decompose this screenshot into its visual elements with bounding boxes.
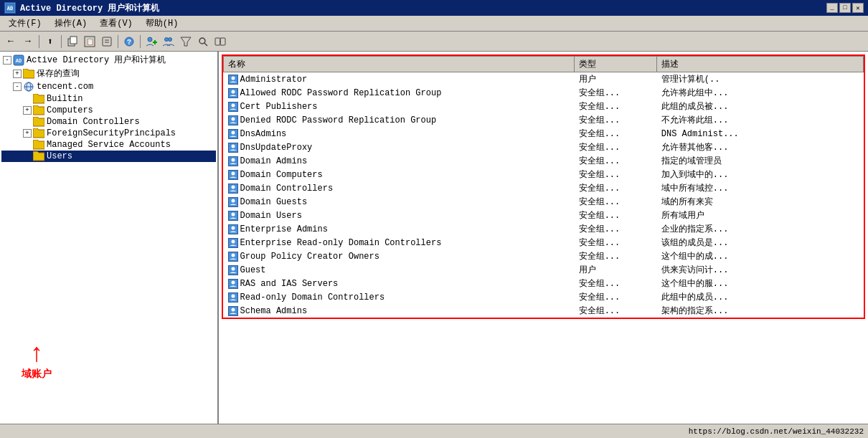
window-controls: _ □ ✕ (826, 3, 864, 13)
tree-icon-saved (23, 69, 34, 79)
new-group-button[interactable] (161, 34, 176, 49)
table-row[interactable]: Domain Controllers安全组...域中所有域控... (224, 181, 864, 195)
tree-label-tencent: tencent.com (37, 82, 93, 92)
tree-item-builtin[interactable]: Builtin (1, 93, 216, 105)
svg-rect-6 (103, 37, 111, 46)
table-row[interactable]: Enterprise Read-only Domain Controllers安… (224, 236, 864, 249)
table-row[interactable]: Domain Admins安全组...指定的域管理员 (224, 154, 864, 168)
cell-type-12: 安全组... (575, 236, 657, 249)
table-row[interactable]: Guest用户供来宾访问计... (224, 263, 864, 277)
table-row[interactable]: Allowed RODC Password Replication Group安… (224, 86, 864, 100)
col-type[interactable]: 类型 (575, 57, 657, 72)
name-cell-container-14: Guest (228, 265, 570, 275)
cell-name-4: DnsAdmins (224, 127, 575, 141)
cell-type-3: 安全组... (575, 113, 657, 127)
table-row[interactable]: Domain Users安全组...所有域用户 (224, 209, 864, 222)
name-cell-container-7: Domain Computers (228, 170, 570, 180)
tree-icon-dc (33, 117, 44, 127)
expander-tencent[interactable]: - (13, 82, 22, 91)
tree-item-tencent[interactable]: -tencent.com (1, 80, 216, 93)
svg-point-11 (148, 37, 152, 42)
tree-item-root[interactable]: -ADActive Directory 用户和计算机 (1, 53, 216, 67)
col-name[interactable]: 名称 (224, 57, 575, 72)
svg-point-36 (231, 199, 235, 202)
expander-saved[interactable]: + (13, 70, 22, 78)
cell-name-9: Domain Guests (224, 195, 575, 209)
copy-button[interactable] (65, 34, 80, 49)
table-row[interactable]: Domain Guests安全组...域的所有来宾 (224, 195, 864, 209)
table-row[interactable]: Domain Computers安全组...加入到域中的... (224, 168, 864, 181)
table-row[interactable]: Denied RODC Password Replication Group安全… (224, 113, 864, 127)
help-button[interactable]: ? (121, 34, 137, 49)
col-desc[interactable]: 描述 (657, 57, 864, 72)
minimize-button[interactable]: _ (826, 3, 838, 13)
row-icon-12 (228, 238, 238, 248)
table-row[interactable]: Cert Publishers安全组...此组的成员被... (224, 100, 864, 113)
table-row[interactable]: Group Policy Creator Owners安全组...这个组中的成.… (224, 249, 864, 263)
expander-computers[interactable]: + (23, 106, 32, 115)
row-icon-1 (228, 88, 238, 98)
filter-button[interactable] (178, 34, 194, 49)
menu-help[interactable]: 帮助(H) (140, 16, 184, 31)
svg-marker-16 (181, 37, 191, 46)
properties-button[interactable] (99, 34, 115, 49)
table-row[interactable]: Read-only Domain Controllers安全组...此组中的成员… (224, 290, 864, 304)
cell-type-8: 安全组... (575, 181, 657, 195)
cell-name-5: DnsUpdateProxy (224, 141, 575, 154)
name-cell-container-1: Allowed RODC Password Replication Group (228, 88, 570, 98)
tree-label-saved: 保存的查询 (37, 67, 80, 80)
name-cell-container-11: Enterprise Admins (228, 224, 570, 234)
up-button[interactable]: ⬆ (42, 34, 58, 49)
name-text-16: Read-only Domain Controllers (240, 292, 385, 303)
toolbar: ← → ⬆ 📋 ? (0, 32, 868, 52)
menu-file[interactable]: 文件(F) (3, 16, 47, 31)
name-text-6: Domain Admins (240, 156, 308, 166)
find-button[interactable] (195, 34, 211, 49)
back-button[interactable]: ← (3, 34, 19, 49)
cell-name-12: Enterprise Read-only Domain Controllers (224, 236, 575, 249)
table-row[interactable]: Enterprise Admins安全组...企业的指定系... (224, 222, 864, 236)
svg-point-29 (231, 103, 235, 107)
table-row[interactable]: RAS and IAS Servers安全组...这个组中的服... (224, 277, 864, 290)
row-icon-8 (228, 184, 238, 194)
cell-name-1: Allowed RODC Password Replication Group (224, 86, 575, 100)
name-text-2: Cert Publishers (240, 102, 318, 112)
toolbar-sep-1 (39, 35, 39, 48)
new-user-button[interactable] (143, 34, 159, 49)
row-icon-7 (228, 170, 238, 180)
table-row[interactable]: Administrator用户管理计算机(.. (224, 72, 864, 87)
move-button[interactable] (212, 34, 228, 49)
tree-item-users[interactable]: Users (1, 151, 216, 162)
annotation-text: 域账户 (22, 368, 52, 381)
svg-text:AD: AD (16, 58, 22, 64)
menu-action[interactable]: 操作(A) (49, 16, 93, 31)
maximize-button[interactable]: □ (839, 3, 851, 13)
paste-button[interactable]: 📋 (82, 34, 98, 49)
menu-view[interactable]: 查看(V) (94, 16, 138, 31)
tree-panel: -ADActive Directory 用户和计算机+保存的查询-tencent… (0, 52, 219, 424)
cell-type-11: 安全组... (575, 222, 657, 236)
forward-button[interactable]: → (20, 34, 36, 49)
name-cell-container-3: Denied RODC Password Replication Group (228, 115, 570, 125)
tree-item-fsp[interactable]: +ForeignSecurityPrincipals (1, 128, 216, 139)
tree-label-msa: Managed Service Accounts (47, 140, 171, 150)
tree-item-msa[interactable]: Managed Service Accounts (1, 139, 216, 151)
name-text-7: Domain Computers (240, 170, 323, 180)
cell-desc-3: 不允许将此组... (657, 113, 864, 127)
tree-item-dc[interactable]: Domain Controllers (1, 116, 216, 128)
name-cell-container-15: RAS and IAS Servers (228, 279, 570, 289)
table-row[interactable]: DnsAdmins安全组...DNS Administ... (224, 127, 864, 141)
tree-item-computers[interactable]: +Computers (1, 105, 216, 116)
expander-fsp[interactable]: + (23, 129, 32, 138)
row-icon-6 (228, 156, 238, 166)
row-icon-10 (228, 211, 238, 221)
items-table: 名称 类型 描述 Administrator用户管理计算机(..Allowed … (223, 56, 864, 318)
expander-root[interactable]: - (3, 56, 11, 65)
table-row[interactable]: DnsUpdateProxy安全组...允许替其他客... (224, 141, 864, 154)
table-row[interactable]: Schema Admins安全组...架构的指定系... (224, 304, 864, 318)
close-button[interactable]: ✕ (852, 3, 864, 13)
cell-desc-0: 管理计算机(.. (657, 72, 864, 87)
content-panel: 名称 类型 描述 Administrator用户管理计算机(..Allowed … (219, 52, 868, 424)
tree-icon-builtin (33, 94, 44, 104)
tree-item-saved[interactable]: +保存的查询 (1, 67, 216, 80)
